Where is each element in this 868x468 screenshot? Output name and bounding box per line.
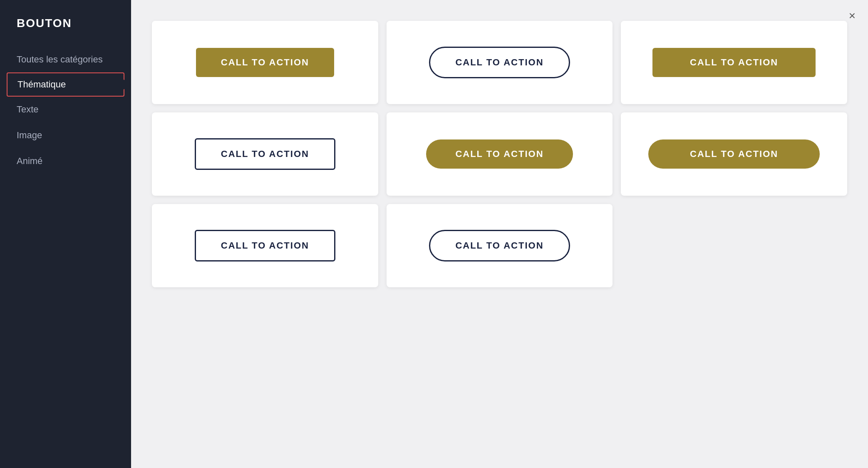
cta-button-2[interactable]: CALL TO ACTION — [429, 47, 570, 78]
sidebar-item-thematique[interactable]: Thématique — [7, 72, 124, 97]
button-card-5[interactable]: CALL TO ACTION — [387, 112, 613, 196]
close-button[interactable]: × — [849, 10, 856, 22]
cta-button-5[interactable]: CALL TO ACTION — [426, 139, 573, 169]
sidebar-nav: Toutes les catégories Thématique Texte I… — [0, 47, 131, 174]
button-card-1[interactable]: CALL TO ACTION — [152, 21, 378, 104]
sidebar-item-anime[interactable]: Animé — [0, 148, 131, 174]
cta-button-1[interactable]: CALL TO ACTION — [196, 48, 334, 77]
sidebar-item-texte[interactable]: Texte — [0, 97, 131, 122]
cta-button-7[interactable]: CALL TO ACTION — [195, 230, 335, 261]
sidebar-item-toutes[interactable]: Toutes les catégories — [0, 47, 131, 72]
cta-button-6[interactable]: CALL TO ACTION — [648, 139, 820, 169]
button-card-3[interactable]: CALL TO ACTION — [621, 21, 847, 104]
button-card-6[interactable]: CALL TO ACTION — [621, 112, 847, 196]
button-card-4[interactable]: CALL TO ACTION — [152, 112, 378, 196]
sidebar-item-image[interactable]: Image — [0, 122, 131, 148]
sidebar-title: BOUTON — [0, 17, 131, 47]
button-grid: CALL TO ACTION CALL TO ACTION CALL TO AC… — [152, 21, 847, 287]
button-card-2[interactable]: CALL TO ACTION — [387, 21, 613, 104]
main-content: × CALL TO ACTION CALL TO ACTION CALL TO … — [131, 0, 868, 468]
cta-button-8[interactable]: CALL TO ACTION — [429, 230, 570, 261]
cta-button-4[interactable]: CALL TO ACTION — [195, 138, 335, 170]
button-card-7[interactable]: CALL TO ACTION — [152, 204, 378, 287]
sidebar: BOUTON Toutes les catégories Thématique … — [0, 0, 131, 468]
cta-button-3[interactable]: CALL TO ACTION — [652, 48, 816, 77]
button-card-8[interactable]: CALL TO ACTION — [387, 204, 613, 287]
